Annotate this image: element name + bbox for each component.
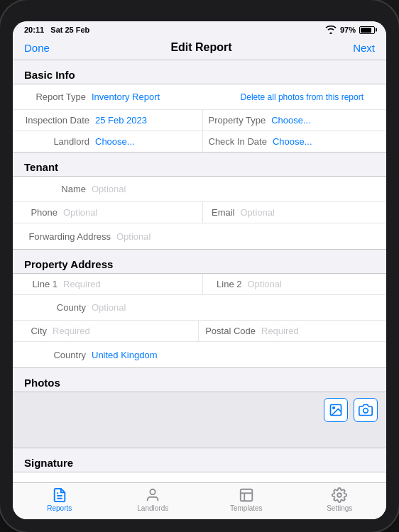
tab-reports[interactable]: Reports [13, 487, 106, 512]
status-bar: 20:11 Sat 25 Feb 97% [13, 21, 386, 37]
name-input[interactable] [92, 184, 375, 194]
checkin-date-choose[interactable]: Choose... [273, 136, 312, 147]
tab-reports-label: Reports [47, 504, 72, 512]
line1-label: Line 1 [24, 279, 63, 289]
templates-icon [239, 487, 254, 503]
photos-area [13, 392, 386, 448]
landlords-icon [145, 487, 160, 503]
phone-email-row: Phone Email [13, 202, 386, 223]
country-label: Country [24, 350, 92, 360]
property-type-label: Property Type [209, 115, 272, 126]
battery-icon [359, 26, 375, 34]
status-time-date: 20:11 Sat 25 Feb [24, 26, 89, 34]
landlord-choose[interactable]: Choose... [95, 136, 135, 147]
done-button[interactable]: Done [24, 42, 50, 54]
inspection-date-value[interactable]: 25 Feb 2023 [95, 115, 147, 126]
battery-percent: 97% [340, 26, 356, 34]
svg-point-1 [333, 407, 335, 409]
tab-settings[interactable]: Settings [293, 487, 387, 512]
report-type-label: Report Type [24, 92, 92, 102]
settings-icon [332, 487, 347, 503]
status-right: 97% [325, 26, 375, 34]
checkin-date-col: Check In Date Choose... [202, 131, 387, 152]
forwarding-input[interactable] [116, 231, 375, 242]
svg-point-6 [151, 489, 155, 494]
forwarding-row: Forwarding Address [13, 223, 386, 249]
import-photos-button[interactable] [324, 398, 348, 422]
city-postal-row: City Postal Code [13, 321, 386, 342]
inspection-date-col: Inspection Date 25 Feb 2023 [13, 110, 202, 131]
forwarding-label: Forwarding Address [24, 231, 116, 242]
tab-bar: Reports Landlords Templates [13, 482, 386, 519]
country-row: Country United Kingdom [13, 342, 386, 367]
delete-photos-link[interactable]: Delete all photos from this report [241, 92, 375, 102]
postal-code-label: Postal Code [204, 326, 261, 336]
nav-bar: Done Edit Report Next [13, 37, 386, 60]
property-address-header: Property Address [13, 250, 386, 273]
signature-area[interactable] [13, 472, 386, 482]
screen: 20:11 Sat 25 Feb 97% Done Edit Repor [13, 21, 386, 519]
tab-landlords-label: Landlords [137, 504, 168, 512]
next-button[interactable]: Next [353, 42, 375, 54]
photos-icons [324, 398, 378, 422]
landlord-col: Landlord Choose... [13, 131, 202, 152]
property-address-card: Line 1 Line 2 County City [13, 273, 386, 368]
county-row: County [13, 295, 386, 321]
postal-code-col: Postal Code [198, 321, 386, 341]
phone-input[interactable] [63, 207, 197, 218]
tab-templates[interactable]: Templates [200, 487, 293, 512]
checkin-date-label: Check In Date [209, 136, 273, 147]
country-value[interactable]: United Kingdom [92, 350, 158, 360]
landlord-checkin-row: Landlord Choose... Check In Date Choose.… [13, 131, 386, 152]
wifi-icon [325, 26, 337, 34]
email-label: Email [209, 207, 241, 218]
svg-rect-7 [241, 489, 253, 501]
content-scroll[interactable]: Basic Info Report Type Inventory Report … [13, 60, 386, 482]
line1-col: Line 1 [13, 274, 202, 294]
line2-input[interactable] [248, 279, 381, 289]
county-label: County [24, 302, 92, 313]
county-input[interactable] [92, 302, 375, 313]
tab-settings-label: Settings [327, 504, 352, 512]
landlord-label: Landlord [24, 136, 95, 147]
tenant-header: Tenant [13, 153, 386, 176]
name-row: Name [13, 177, 386, 202]
device: 20:11 Sat 25 Feb 97% Done Edit Repor [0, 0, 399, 532]
line1-input[interactable] [63, 279, 197, 289]
tenant-card: Name Phone Email Forwarding Add [13, 176, 386, 250]
reports-icon [52, 487, 67, 503]
basic-info-header: Basic Info [13, 60, 386, 84]
postal-code-input[interactable] [261, 326, 381, 336]
nav-title: Edit Report [170, 41, 231, 54]
city-col: City [13, 321, 198, 341]
property-type-col: Property Type Choose... [202, 110, 387, 131]
report-type-row: Report Type Inventory Report Delete all … [13, 84, 386, 110]
email-input[interactable] [241, 207, 381, 218]
phone-col: Phone [13, 202, 202, 223]
property-type-choose[interactable]: Choose... [271, 115, 311, 126]
camera-button[interactable] [354, 398, 378, 422]
tab-landlords[interactable]: Landlords [106, 487, 200, 512]
line2-label: Line 2 [209, 279, 248, 289]
photos-header: Photos [13, 368, 386, 392]
inspection-property-row: Inspection Date 25 Feb 2023 Property Typ… [13, 110, 386, 131]
svg-point-10 [338, 493, 342, 497]
svg-point-2 [364, 409, 368, 414]
city-input[interactable] [53, 326, 192, 336]
signature-header: Signature [13, 448, 386, 472]
email-col: Email [202, 202, 387, 223]
name-label: Name [24, 184, 92, 194]
city-label: City [24, 326, 53, 336]
tab-templates-label: Templates [230, 504, 263, 512]
line1-line2-row: Line 1 Line 2 [13, 274, 386, 295]
basic-info-card: Report Type Inventory Report Delete all … [13, 84, 386, 153]
line2-col: Line 2 [202, 274, 387, 294]
report-type-value[interactable]: Inventory Report [92, 92, 160, 102]
inspection-date-label: Inspection Date [24, 115, 95, 126]
phone-label: Phone [24, 207, 63, 218]
